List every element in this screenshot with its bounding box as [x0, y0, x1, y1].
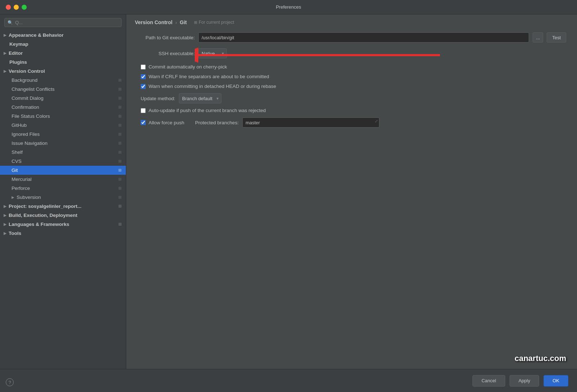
sidebar-item-subversion[interactable]: ▶Subversion⊞ — [0, 193, 126, 202]
close-button[interactable] — [6, 5, 11, 10]
test-button[interactable]: Test — [547, 32, 566, 43]
ssh-select-wrap: Native Built-in Custom ▼ — [198, 48, 227, 58]
window-controls — [6, 5, 27, 10]
path-input[interactable] — [198, 32, 529, 43]
checkbox-autocherry[interactable] — [141, 64, 146, 70]
sidebar-label: Build, Execution, Deployment — [9, 213, 78, 218]
checkbox-autocherry-label: Commit automatically on cherry-pick — [149, 64, 227, 70]
sidebar-item-perforce[interactable]: Perforce⊞ — [0, 184, 126, 193]
copy-icon: ⊞ — [118, 186, 122, 191]
breadcrumb-parent: Version Control — [135, 19, 172, 25]
sidebar-item-commitdialog[interactable]: Commit Dialog⊞ — [0, 94, 126, 103]
sidebar-label: Version Control — [9, 68, 45, 74]
sidebar-label: Mercurial — [12, 177, 32, 182]
sidebar-item-issuenavigation[interactable]: Issue Navigation⊞ — [0, 139, 126, 148]
sidebar-item-filestatuscolors[interactable]: File Status Colors⊞ — [0, 112, 126, 121]
maximize-button[interactable] — [22, 5, 27, 10]
sidebar-item-versioncontrol[interactable]: ▶Version Control — [0, 67, 126, 76]
search-box[interactable]: 🔍 — [4, 18, 122, 27]
project-label: For current project — [199, 20, 234, 25]
sidebar-item-git[interactable]: Git⊞ — [0, 166, 126, 175]
title-bar: Preferences — [0, 0, 577, 14]
checkbox-autoupdate[interactable] — [141, 108, 146, 113]
sidebar-item-buildexec[interactable]: ▶Build, Execution, Deployment — [0, 211, 126, 220]
force-push-row: Allow force push Protected branches: ⤢ — [137, 117, 566, 128]
sidebar-item-github[interactable]: GitHub⊞ — [0, 121, 126, 130]
copy-icon: ⊞ — [118, 141, 122, 146]
sidebar-label: Tools — [9, 231, 21, 236]
expand-icon: ⤢ — [375, 119, 378, 124]
minimize-button[interactable] — [14, 5, 19, 10]
protected-branches-input[interactable] — [242, 117, 379, 128]
sidebar-label: Subversion — [17, 195, 41, 200]
sidebar-item-cvs[interactable]: CVS⊞ — [0, 157, 126, 166]
sidebar-item-keymap[interactable]: Keymap — [0, 40, 126, 49]
sidebar-label: GitHub — [12, 122, 27, 128]
sidebar-item-tools[interactable]: ▶Tools — [0, 229, 126, 238]
copy-icon: ⊞ — [118, 159, 122, 164]
main-layout: 🔍 ▶Appearance & BehaviorKeymap▶EditorPlu… — [0, 14, 577, 369]
search-input[interactable] — [15, 20, 118, 25]
browse-button[interactable]: ... — [533, 32, 543, 43]
apply-button[interactable]: Apply — [510, 375, 539, 387]
arrow-icon: ▶ — [4, 69, 6, 73]
ok-button[interactable]: OK — [543, 375, 568, 387]
copy-icon: ⊞ — [118, 78, 122, 83]
copy-icon: ⊞ — [118, 114, 122, 119]
breadcrumb-current: Git — [180, 19, 187, 25]
sidebar-item-plugins[interactable]: Plugins — [0, 58, 126, 67]
sidebar-label: Plugins — [9, 59, 27, 65]
sidebar-scroll: ▶Appearance & BehaviorKeymap▶EditorPlugi… — [0, 31, 126, 369]
arrow-icon: ▶ — [4, 213, 6, 217]
arrow-icon: ▶ — [4, 33, 6, 37]
copy-icon: ⊞ — [118, 87, 122, 92]
checkbox-warncrlf-label: Warn if CRLF line separators are about t… — [149, 74, 269, 79]
sidebar-label: Editor — [9, 50, 23, 56]
force-push-label: Allow force push — [149, 120, 184, 125]
checkbox-forcepush[interactable] — [141, 120, 146, 125]
sidebar-item-confirmation[interactable]: Confirmation⊞ — [0, 103, 126, 112]
copy-icon: ⊞ — [118, 195, 122, 200]
copy-icon: ⊞ — [118, 105, 122, 110]
ssh-row: SSH executable: Native Built-in Custom ▼ — [137, 48, 566, 58]
checkbox-warndetached-label: Warn when committing in detached HEAD or… — [149, 84, 276, 89]
sidebar-label: Shelf — [12, 150, 23, 155]
checkbox-autocherry-row: Commit automatically on cherry-pick — [137, 64, 566, 70]
arrow-icon: ▶ — [4, 51, 6, 55]
sidebar: 🔍 ▶Appearance & BehaviorKeymap▶EditorPlu… — [0, 14, 126, 369]
checkbox-warncrlf[interactable] — [141, 74, 146, 79]
sidebar-label: Appearance & Behavior — [9, 32, 63, 38]
breadcrumb-project: ⊞ For current project — [194, 20, 234, 25]
sidebar-item-editor[interactable]: ▶Editor — [0, 49, 126, 58]
sidebar-label: Project: sosyalgelinler_report... — [9, 204, 82, 209]
checkbox-autoupdate-label: Auto-update if push of the current branc… — [149, 108, 266, 113]
update-method-label: Update method: — [141, 96, 175, 101]
protected-branches-label: Protected branches: — [195, 120, 239, 125]
sidebar-item-languages[interactable]: ▶Languages & Frameworks⊞ — [0, 220, 126, 229]
update-select[interactable]: Branch default Merge Rebase — [179, 93, 221, 103]
arrow-icon: ▶ — [4, 222, 6, 226]
sidebar-item-shelf[interactable]: Shelf⊞ — [0, 148, 126, 157]
project-icon: ⊞ — [194, 20, 197, 25]
sidebar-item-changelistconflicts[interactable]: Changelist Conflicts⊞ — [0, 85, 126, 94]
sidebar-label: Perforce — [12, 186, 30, 191]
copy-icon: ⊞ — [118, 132, 122, 137]
sidebar-label: Confirmation — [12, 104, 39, 110]
cancel-button[interactable]: Cancel — [472, 375, 505, 387]
sidebar-item-background[interactable]: Background⊞ — [0, 76, 126, 85]
breadcrumb: Version Control › Git ⊞ For current proj… — [126, 14, 577, 29]
checkbox-warndetached[interactable] — [141, 84, 146, 89]
sidebar-item-project[interactable]: ▶Project: sosyalgelinler_report...⊞ — [0, 202, 126, 211]
red-arrow-annotation — [195, 45, 447, 65]
sidebar-item-ignoredfiles[interactable]: Ignored Files⊞ — [0, 130, 126, 139]
copy-icon: ⊞ — [118, 177, 122, 182]
ssh-select[interactable]: Native Built-in Custom — [198, 48, 227, 58]
protected-branches-wrap: Protected branches: ⤢ — [195, 117, 379, 128]
content-panel: Version Control › Git ⊞ For current proj… — [126, 14, 577, 369]
sidebar-item-appearance[interactable]: ▶Appearance & Behavior — [0, 31, 126, 40]
sidebar-item-mercurial[interactable]: Mercurial⊞ — [0, 175, 126, 184]
sidebar-label: Commit Dialog — [12, 95, 44, 101]
sidebar-label: Languages & Frameworks — [9, 222, 69, 227]
arrow-icon: ▶ — [4, 231, 6, 235]
copy-icon: ⊞ — [118, 204, 122, 209]
